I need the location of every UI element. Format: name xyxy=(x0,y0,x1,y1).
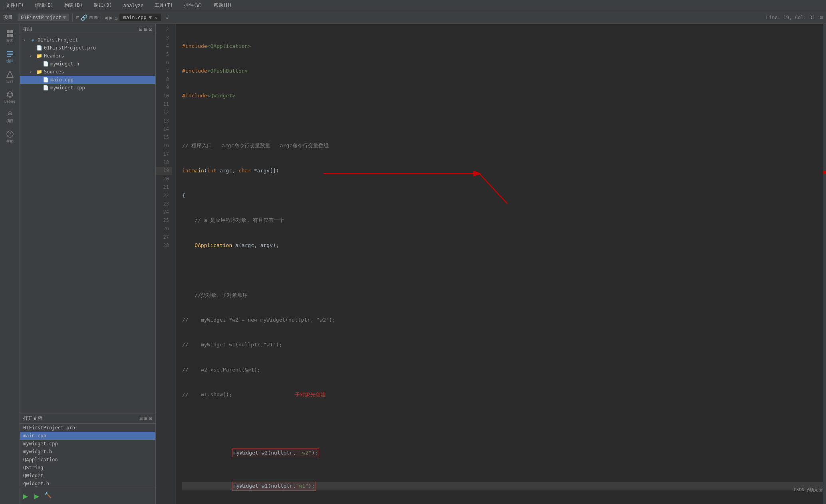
svg-text:?: ? xyxy=(9,132,12,137)
tree-main-cpp[interactable]: 📄 main.cpp xyxy=(20,76,155,84)
ln-17: 17 xyxy=(156,150,172,158)
open-doc-qwidget[interactable]: QWidget xyxy=(20,472,155,480)
menu-help[interactable]: 帮助(H) xyxy=(211,1,234,10)
open-doc-qapp[interactable]: QApplication xyxy=(20,456,155,464)
menu-file[interactable]: 文件(F) xyxy=(3,1,26,10)
toolbar-expand-icon[interactable]: ⊞ xyxy=(820,15,823,20)
open-doc-01pro[interactable]: 01FirstProject.pro xyxy=(20,424,155,432)
toolbar-filter-icon[interactable]: ⊟ xyxy=(76,14,79,21)
code-line-5 xyxy=(182,117,826,125)
tree-headers[interactable]: ▾ 📁 Headers xyxy=(20,52,155,60)
sidebar-design-label: 设计 xyxy=(6,79,14,84)
line-numbers: 2 3 4 5 6 7▸ 8 9 10 11 12 13 14 15 16 17 xyxy=(156,24,176,504)
ln-4: 4 xyxy=(156,42,172,51)
toolbar-add-icon[interactable]: ⊞ xyxy=(89,14,92,21)
tree-mywidget-cpp-label: mywidget.cpp xyxy=(50,85,85,91)
project-panel-title: 项目 xyxy=(23,26,33,32)
code-line-18: myWidget w2(nullptr, "w2"); xyxy=(182,449,826,457)
toolbar-forward-icon[interactable]: ▶ xyxy=(109,14,113,21)
svg-rect-5 xyxy=(7,53,13,53)
sidebar-welcome[interactable]: 欢迎 xyxy=(0,27,20,46)
code-line-15: // w2->setParent(&w1); xyxy=(182,366,826,374)
cursor-position: Line: 19, Col: 31 xyxy=(766,15,815,20)
menu-controls[interactable]: 控件(W) xyxy=(182,1,205,10)
open-doc-qwidget-h[interactable]: qwidget.h xyxy=(20,480,155,488)
tree-main-cpp-label: main.cpp xyxy=(50,77,73,83)
run-button[interactable]: ▶ xyxy=(23,491,28,501)
toolbar-link-icon[interactable]: 🔗 xyxy=(81,14,87,21)
toolbar-separator xyxy=(72,14,73,22)
toolbar-home-icon[interactable]: ⌂ xyxy=(114,14,117,21)
ln-21: 21 xyxy=(156,183,172,192)
code-line-3: #include <QPushButton> xyxy=(182,67,826,75)
open-doc-mywidget-cpp[interactable]: mywidget.cpp xyxy=(20,440,155,448)
toolbar-project-label: 项目 xyxy=(3,14,13,21)
open-docs-sync[interactable]: ⊟ xyxy=(140,415,143,421)
ln-10: 10 xyxy=(156,92,172,100)
code-editor[interactable]: 2 3 4 5 6 7▸ 8 9 10 11 12 13 14 15 16 17 xyxy=(156,24,826,504)
tree-pro-label: 01FirstProject.pro xyxy=(44,45,96,51)
active-file-selector[interactable]: ▼ xyxy=(149,14,152,20)
toolbar-separator2 xyxy=(101,14,101,22)
toolbar-close-icon[interactable]: ⊠ xyxy=(94,14,97,21)
panel-filter-icon[interactable]: ⊞ xyxy=(144,26,147,32)
watermark: CSDN @杨元圆 xyxy=(794,487,823,493)
open-docs-controls: ⊟ ⊞ ⊠ xyxy=(140,415,152,421)
ln-13: 13 xyxy=(156,117,172,125)
menu-analyze[interactable]: Analyze xyxy=(121,2,146,9)
open-doc-qstring[interactable]: QString xyxy=(20,464,155,472)
sidebar-help-label: 帮助 xyxy=(6,139,14,144)
tree-headers-label: Headers xyxy=(44,53,64,59)
project-panel-header: 项目 ⊟ ⊞ ⊠ xyxy=(20,24,155,34)
active-file-close[interactable]: ✕ xyxy=(154,15,157,20)
editor-container: 2 3 4 5 6 7▸ 8 9 10 11 12 13 14 15 16 17 xyxy=(156,24,826,504)
menu-tools[interactable]: 工具(T) xyxy=(152,1,175,10)
build-hammer-icon[interactable]: 🔨 xyxy=(44,491,52,501)
sidebar-project-label: 项目 xyxy=(6,119,14,124)
active-file-tab[interactable]: main.cpp ▼ ✕ xyxy=(119,14,161,21)
open-doc-mywidget-h[interactable]: mywidget.h xyxy=(20,448,155,456)
panel-close-icon[interactable]: ⊠ xyxy=(149,26,152,32)
ln-2: 2 xyxy=(156,26,172,34)
editor-area: 2 3 4 5 6 7▸ 8 9 10 11 12 13 14 15 16 17 xyxy=(156,24,826,504)
sidebar-edit[interactable]: 编辑 xyxy=(0,47,20,66)
menu-edit[interactable]: 编辑(E) xyxy=(33,1,56,10)
svg-rect-4 xyxy=(7,51,13,52)
toolbar-back-icon[interactable]: ◀ xyxy=(104,14,107,21)
sidebar-project[interactable]: 项目 xyxy=(0,107,20,126)
debug-run-button[interactable]: ▶ xyxy=(34,491,39,501)
sidebar-debug-label: Debug xyxy=(4,99,15,103)
ln-26: 26 xyxy=(156,225,172,233)
tree-pro[interactable]: 📄 01FirstProject.pro xyxy=(20,44,155,52)
panel-sync-icon[interactable]: ⊟ xyxy=(139,26,142,32)
menu-debug[interactable]: 调试(D) xyxy=(91,1,115,10)
code-line-16: // w1.show(); 子对象先创建 xyxy=(182,391,826,399)
ln-6: 6 xyxy=(156,59,172,67)
open-docs-grid[interactable]: ⊞ xyxy=(144,415,147,421)
tree-mywidget-h[interactable]: 📄 mywidget.h xyxy=(20,60,155,68)
code-line-8: { xyxy=(182,192,826,200)
code-content[interactable]: #include <QApplication> #include <QPushB… xyxy=(176,24,826,504)
code-line-11 xyxy=(182,266,826,275)
ln-12: 12 xyxy=(156,109,172,117)
menubar: 文件(F) 编辑(E) 构建(B) 调试(D) Analyze 工具(T) 控件… xyxy=(0,0,826,11)
sidebar-design[interactable]: 设计 xyxy=(0,68,20,87)
open-docs-close[interactable]: ⊠ xyxy=(149,415,152,421)
tree-mywidget-cpp[interactable]: 📄 mywidget.cpp xyxy=(20,84,155,92)
ln-3: 3 xyxy=(156,34,172,42)
sidebar-debug[interactable]: Debug xyxy=(0,88,20,106)
menu-build[interactable]: 构建(B) xyxy=(62,1,85,10)
open-doc-main[interactable]: main.cpp xyxy=(20,432,155,440)
ln-28: 28 xyxy=(156,241,172,250)
tree-sources[interactable]: ▾ 📁 Sources xyxy=(20,68,155,76)
ln-15: 15 xyxy=(156,133,172,142)
ln-5: 5 xyxy=(156,50,172,59)
sidebar-help[interactable]: ? 帮助 xyxy=(0,128,20,146)
ln-20: 20 xyxy=(156,175,172,183)
svg-point-11 xyxy=(10,93,12,95)
scrollbar-indicator xyxy=(823,171,826,174)
editor-scrollbar[interactable] xyxy=(823,24,826,504)
run-controls: ▶ ▶ 🔨 xyxy=(20,488,155,504)
tree-root[interactable]: ▾ ◈ 01FirstProject xyxy=(20,36,155,44)
project-selector[interactable]: 01FirstProject ▼ xyxy=(18,14,69,21)
